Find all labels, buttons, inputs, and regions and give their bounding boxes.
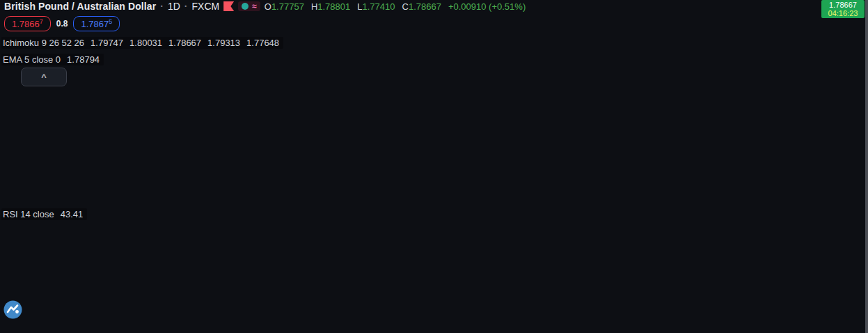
rsi-indicator-row[interactable]: RSI 14 close 43.41 — [1, 208, 87, 220]
ohlc-values: O1.77757 H1.78801 L1.77410 C1.78667 +0.0… — [265, 1, 526, 12]
window-edge — [865, 0, 868, 333]
ichimoku-label: Ichimoku 9 26 52 26 — [3, 38, 84, 48]
market-status-pill: ≈ — [238, 1, 260, 11]
price-axis[interactable]: 1 AUD ▾ 1.78667 04:16:23 — [821, 0, 865, 333]
trading-chart-app: British Pound / Australian Dollar · 1D ·… — [0, 0, 868, 333]
ichimoku-lead2-value: 1.77648 — [246, 38, 279, 48]
rsi-label: RSI 14 close — [3, 209, 54, 219]
main-chart-canvas[interactable] — [0, 0, 868, 333]
sell-button[interactable]: 1.78667 — [4, 16, 51, 31]
buy-button[interactable]: 1.78675 — [73, 16, 120, 31]
collapse-pane-button[interactable]: ^ — [21, 68, 67, 86]
separator-dot: · — [160, 1, 164, 12]
bar-countdown: 04:16:23 — [821, 9, 865, 17]
bid-ask-row: 1.78667 0.8 1.78675 — [4, 16, 120, 31]
open-value: O1.77757 — [265, 1, 304, 12]
ichimoku-lagging-value: 1.78667 — [168, 38, 201, 48]
rsi-value: 43.41 — [61, 209, 84, 219]
interval-selector[interactable]: 1D — [168, 1, 180, 12]
ema-value: 1.78794 — [67, 54, 100, 65]
tradingview-logo[interactable] — [3, 300, 22, 319]
separator-dot: · — [184, 1, 188, 12]
high-value: H1.78801 — [311, 1, 350, 12]
approx-data-icon[interactable]: ≈ — [252, 3, 257, 10]
exchange-label[interactable]: FXCM — [192, 1, 220, 12]
ema-label: EMA 5 close 0 — [3, 54, 61, 65]
symbol-title[interactable]: British Pound / Australian Dollar — [4, 1, 156, 12]
ichimoku-conversion-value: 1.79747 — [90, 38, 123, 48]
change-value: +0.00910 (+0.51%) — [448, 1, 526, 12]
close-value: C1.78667 — [402, 1, 441, 12]
spread-value: 0.8 — [56, 19, 68, 29]
last-price-value: 1.78667 — [821, 1, 865, 9]
low-value: L1.77410 — [357, 1, 395, 12]
ichimoku-lead1-value: 1.79313 — [207, 38, 240, 48]
market-status-dot-icon[interactable] — [242, 3, 248, 10]
ema-indicator-row[interactable]: EMA 5 close 0 1.78794 — [1, 54, 104, 65]
chart-header: British Pound / Australian Dollar · 1D ·… — [4, 0, 526, 13]
ichimoku-indicator-row[interactable]: Ichimoku 9 26 52 26 1.79747 1.80031 1.78… — [1, 37, 283, 49]
ichimoku-base-value: 1.80031 — [129, 38, 162, 48]
last-price-badge: 1.78667 04:16:23 — [821, 0, 865, 18]
flag-icon[interactable] — [223, 1, 234, 11]
